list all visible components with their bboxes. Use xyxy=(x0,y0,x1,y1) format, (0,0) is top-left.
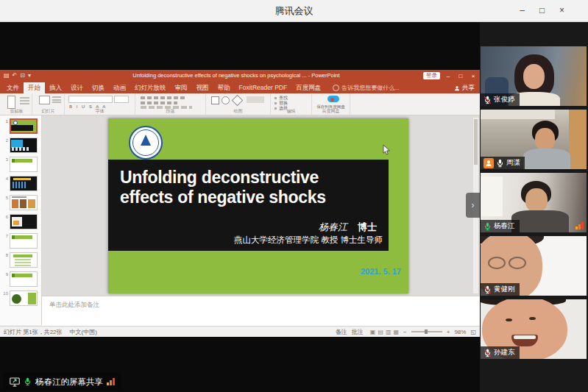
participant-video-tile-杨春江[interactable]: 杨春江 xyxy=(481,173,587,232)
participant-video-tile-周潇[interactable]: 周潇 xyxy=(481,110,587,169)
save-icon[interactable]: ▤ xyxy=(4,70,10,82)
slide-thumbnail-preview[interactable] xyxy=(10,214,38,229)
view-icon[interactable]: ▥ xyxy=(386,329,392,335)
ppt-tab-开始[interactable]: 开始 xyxy=(24,82,45,93)
ppt-document-title: Unfolding deconstructive effects of nega… xyxy=(81,70,392,82)
ppt-tab-百度网盘[interactable]: 百度网盘 xyxy=(291,82,325,93)
slide-thumbnail-9[interactable]: 9 xyxy=(0,271,41,287)
ribbon-group-edit: 查找替换选择 编辑 xyxy=(271,93,312,115)
ppt-tab-切换[interactable]: 切换 xyxy=(88,82,109,93)
ppt-window-controls: 登录 – □ × xyxy=(423,70,478,82)
slide-thumbnail-2[interactable]: 2 xyxy=(0,138,41,153)
slide-thumbnail-6[interactable]: 6 xyxy=(0,214,41,229)
slide-thumbnail-8[interactable]: 8 xyxy=(0,252,41,268)
ppt-ribbon-tabs: 文件开始插入设计切换动画幻灯片放映审阅视图帮助FoxitReader PDF百度… xyxy=(0,82,480,93)
close-button[interactable]: × xyxy=(552,0,572,22)
view-icon[interactable]: ▣ xyxy=(370,329,376,335)
ppt-maximize-button[interactable]: □ xyxy=(456,73,465,79)
microphone-on-icon xyxy=(496,159,504,168)
slide-thumbnail-5[interactable]: 5 xyxy=(0,195,41,210)
share-banner-label: 杨春江的屏幕共享 xyxy=(35,377,103,388)
minimize-button[interactable]: – xyxy=(512,0,532,22)
shared-powerpoint-window: ▤↶⊡▾ Unfolding deconstructive effects of… xyxy=(0,70,480,337)
ppt-tab-插入[interactable]: 插入 xyxy=(45,82,66,93)
zoom-percentage[interactable]: 98% xyxy=(454,329,466,335)
ribbon-group-slides: 幻灯片 xyxy=(32,93,65,115)
ribbon-group-label: 剪贴板 xyxy=(1,109,32,114)
maximize-button[interactable]: □ xyxy=(532,0,552,22)
network-signal-icon xyxy=(107,378,115,385)
notes-pane[interactable]: 单击此处添加备注 xyxy=(42,296,480,326)
ppt-titlebar: ▤↶⊡▾ Unfolding deconstructive effects of… xyxy=(0,70,480,82)
ppt-tab-文件[interactable]: 文件 xyxy=(2,82,24,93)
ppt-tab-视图[interactable]: 视图 xyxy=(192,82,213,93)
ppt-signin-button[interactable]: 登录 xyxy=(423,72,440,79)
zoom-in-button[interactable]: + xyxy=(447,329,450,335)
view-switcher-buttons[interactable]: ▣▤▥▦ xyxy=(368,329,399,335)
meeting-main-area: ▤↶⊡▾ Unfolding deconstructive effects of… xyxy=(0,22,588,392)
ribbon-button-替换[interactable]: 替换 xyxy=(273,101,309,106)
microphone-on-icon xyxy=(483,222,492,231)
ppt-tab-幻灯片放映[interactable]: 幻灯片放映 xyxy=(130,82,171,93)
zoom-slider[interactable] xyxy=(411,331,442,332)
ribbon-group-icons[interactable] xyxy=(138,95,203,104)
slide-number: 2 xyxy=(2,138,8,153)
undo-icon[interactable]: ↶ xyxy=(13,70,18,82)
slide-thumbnail-preview[interactable] xyxy=(10,233,38,249)
slide-editing-area: Unfolding deconstructive effects of nega… xyxy=(42,115,480,296)
sidebar-expand-chevron-button[interactable]: › xyxy=(466,193,480,218)
microphone-muted-icon xyxy=(483,349,492,357)
slide-thumbnail-preview[interactable] xyxy=(10,138,38,153)
slide-thumbnail-3[interactable]: 3 xyxy=(0,157,41,172)
ribbon-group-icons[interactable] xyxy=(67,95,132,104)
ppt-share-button[interactable]: 共享 xyxy=(454,84,475,93)
app-titlebar: 腾讯会议 – □ × xyxy=(0,0,588,22)
ribbon-empty-space xyxy=(350,93,480,115)
slide-thumbnail-7[interactable]: 7 xyxy=(0,233,41,249)
ribbon-group-icons[interactable] xyxy=(35,95,62,104)
app-title: 腾讯会议 xyxy=(0,0,588,22)
ppt-tab-审阅[interactable]: 审阅 xyxy=(171,82,192,93)
slide-thumbnail-4[interactable]: 4 xyxy=(0,176,41,191)
ppt-tab-动画[interactable]: 动画 xyxy=(109,82,130,93)
slide-thumbnail-preview[interactable] xyxy=(10,118,38,134)
notes-toggle-button[interactable]: 备注 xyxy=(336,328,347,336)
participant-video-tile-孙建东[interactable]: 孙建东 xyxy=(481,299,587,359)
view-icon[interactable]: ▤ xyxy=(378,329,383,335)
view-icon[interactable]: ▦ xyxy=(394,329,400,335)
slide-canvas[interactable]: Unfolding deconstructive effects of nega… xyxy=(108,118,408,293)
window-controls: – □ × xyxy=(512,0,572,22)
ppt-minimize-button[interactable]: – xyxy=(444,73,453,79)
customize-qat-icon[interactable]: ▾ xyxy=(28,70,31,82)
slide-thumbnail-preview[interactable] xyxy=(10,157,38,172)
slide-thumbnail-preview[interactable] xyxy=(10,252,38,268)
zoom-out-button[interactable]: − xyxy=(403,329,407,335)
participant-name: 杨春江 xyxy=(494,221,515,231)
slide-thumbnail-1[interactable]: 1 xyxy=(0,118,41,134)
ppt-tab-帮助[interactable]: 帮助 xyxy=(213,82,235,93)
ribbon-group-para: 段落 xyxy=(135,93,206,115)
ppt-close-button[interactable]: × xyxy=(469,73,478,79)
ribbon-group-icons[interactable] xyxy=(4,95,29,104)
language-indicator[interactable]: 中文(中国) xyxy=(70,328,97,336)
slide-thumbnail-preview[interactable] xyxy=(10,195,38,210)
ribbon-group-label: 百度网盘 xyxy=(312,109,350,114)
ribbon-button-查找[interactable]: 查找 xyxy=(273,96,309,101)
participant-video-tile-黄健刚[interactable]: 黄健刚 xyxy=(481,236,587,296)
participant-name: 孙建东 xyxy=(494,348,515,357)
ppt-tab-设计[interactable]: 设计 xyxy=(66,82,88,93)
fit-to-window-button[interactable]: ◱ xyxy=(470,329,476,335)
ribbon-group-draw: 绘图 xyxy=(206,93,271,115)
participant-name-bar: 周潇 xyxy=(481,157,525,169)
participant-video-tile-张俊婷[interactable]: 张俊婷 xyxy=(481,46,587,106)
comments-toggle-button[interactable]: 批注 xyxy=(352,328,364,336)
slide-thumbnail-preview[interactable] xyxy=(10,176,38,191)
slide-thumbnail-preview[interactable] xyxy=(10,291,38,306)
slide-thumbnail-preview[interactable] xyxy=(10,271,38,287)
ppt-tab-FoxitReader PDF[interactable]: FoxitReader PDF xyxy=(235,82,292,93)
slide-thumbnail-10[interactable]: 10 xyxy=(0,291,41,306)
slide-number: 6 xyxy=(2,214,8,229)
ribbon-group-icons[interactable] xyxy=(314,95,347,104)
slideshow-icon[interactable]: ⊡ xyxy=(20,70,25,82)
tell-me-search[interactable]: 告诉我您想要做什么... xyxy=(333,82,400,93)
